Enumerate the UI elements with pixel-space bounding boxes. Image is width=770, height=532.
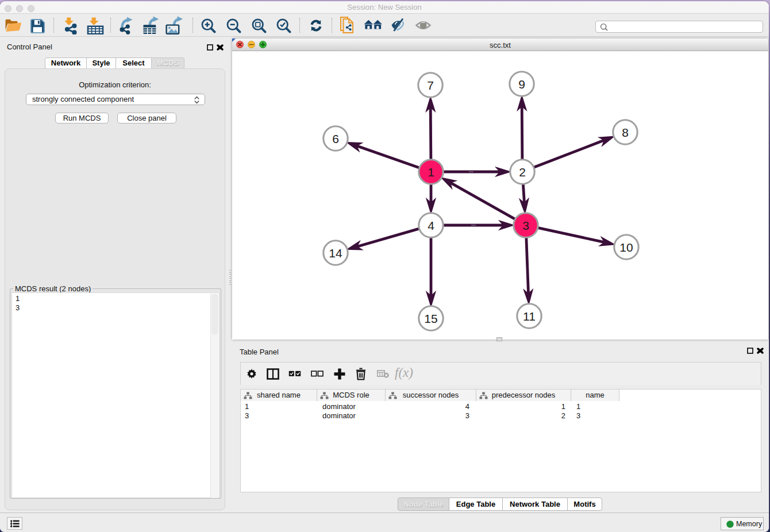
- svg-text:4: 4: [428, 219, 434, 232]
- svg-text:8: 8: [622, 126, 629, 139]
- svg-text:9: 9: [518, 78, 525, 91]
- svg-text:15: 15: [424, 312, 437, 325]
- svg-text:1: 1: [428, 165, 434, 179]
- svg-text:14: 14: [329, 246, 342, 260]
- svg-text:2: 2: [519, 165, 526, 179]
- svg-text:3: 3: [522, 219, 529, 232]
- svg-text:10: 10: [619, 241, 633, 254]
- svg-text:7: 7: [427, 79, 434, 92]
- svg-text:11: 11: [523, 310, 536, 323]
- svg-text:6: 6: [332, 132, 339, 145]
